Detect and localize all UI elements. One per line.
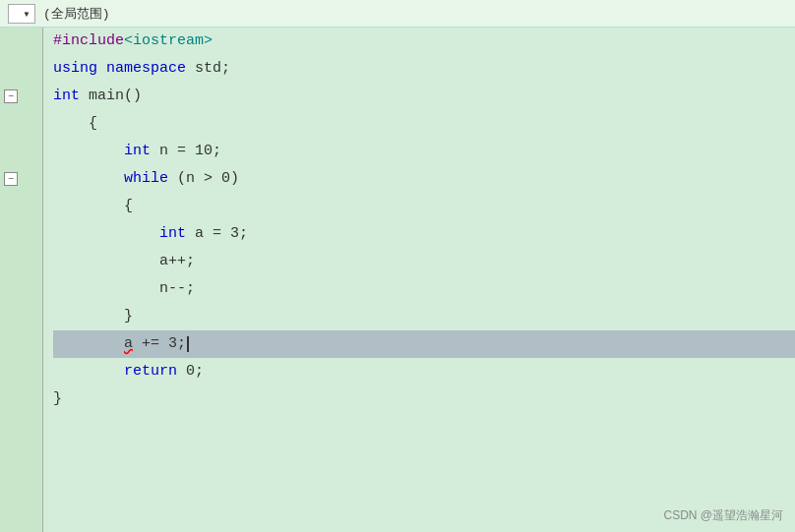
code-line-3: int main() xyxy=(53,83,795,110)
indent8 xyxy=(53,220,159,248)
a-assign-rest: += 3; xyxy=(133,330,186,358)
gutter-row-2 xyxy=(0,55,42,83)
code-line-2: using namespace std; xyxy=(53,55,795,83)
brace-close-main: } xyxy=(53,385,62,413)
return-keyword: return xyxy=(124,358,177,385)
brace-open-while: { xyxy=(124,193,133,220)
gutter-row-7 xyxy=(0,193,42,220)
indent6 xyxy=(53,165,124,193)
indent13 xyxy=(53,358,124,385)
indent5 xyxy=(53,138,124,165)
fold-button-while[interactable]: − xyxy=(4,172,18,186)
include-path: <iostream> xyxy=(124,28,213,55)
n-decrement: n--; xyxy=(159,275,195,303)
n-decl: n = 10; xyxy=(151,138,221,165)
code-line-12: a += 3; xyxy=(53,330,795,358)
int-keyword-main: int xyxy=(53,83,80,110)
a-decl: a = 3; xyxy=(186,220,248,248)
a-assign: a xyxy=(124,330,133,358)
text-cursor xyxy=(187,336,189,352)
indent10 xyxy=(53,275,159,303)
gutter-row-14 xyxy=(0,385,42,413)
top-bar: (全局范围) xyxy=(0,0,795,28)
watermark: CSDN @遥望浩瀚星河 xyxy=(663,507,783,524)
include-keyword: #include xyxy=(53,28,124,55)
space1 xyxy=(97,55,106,83)
gutter-row-4 xyxy=(0,110,42,138)
code-line-10: n--; xyxy=(53,275,795,303)
scope-dropdown[interactable] xyxy=(8,4,35,24)
return-val: 0; xyxy=(177,358,204,385)
gutter-row-3: − xyxy=(0,83,42,110)
indent9 xyxy=(53,248,159,275)
std-text: std; xyxy=(186,55,230,83)
gutter-row-11 xyxy=(0,303,42,330)
while-keyword: while xyxy=(124,165,168,193)
code-line-8: int a = 3; xyxy=(53,220,795,248)
gutter-row-5 xyxy=(0,138,42,165)
gutter-row-8 xyxy=(0,220,42,248)
fold-button-main[interactable]: − xyxy=(4,89,18,103)
code-line-7: { xyxy=(53,193,795,220)
using-keyword: using xyxy=(53,55,97,83)
indent7 xyxy=(53,193,124,220)
gutter-row-6: − xyxy=(0,165,42,193)
while-cond: (n > 0) xyxy=(168,165,239,193)
code-line-13: return 0; xyxy=(53,358,795,385)
code-editor[interactable]: #include<iostream> using namespace std; … xyxy=(43,28,795,532)
code-line-5: int n = 10; xyxy=(53,138,795,165)
scope-label: (全局范围) xyxy=(43,5,110,23)
main-text: main() xyxy=(80,83,142,110)
code-line-6: while (n > 0) xyxy=(53,165,795,193)
namespace-keyword: namespace xyxy=(106,55,186,83)
gutter-row-12 xyxy=(0,330,42,358)
gutter-row-13 xyxy=(0,358,42,385)
code-line-9: a++; xyxy=(53,248,795,275)
brace-close-while: } xyxy=(124,303,133,330)
gutter-row-1 xyxy=(0,28,42,55)
a-increment: a++; xyxy=(159,248,195,275)
brace-open-main: { xyxy=(53,110,97,138)
indent12 xyxy=(53,330,124,358)
indent11 xyxy=(53,303,124,330)
int-keyword-n: int xyxy=(124,138,151,165)
code-line-11: } xyxy=(53,303,795,330)
editor-area: − − #include<iostream> using namespace s… xyxy=(0,28,795,532)
int-keyword-a: int xyxy=(159,220,186,248)
code-line-14: } xyxy=(53,385,795,413)
code-line-1: #include<iostream> xyxy=(53,28,795,55)
gutter-row-9 xyxy=(0,248,42,275)
line-gutter: − − xyxy=(0,28,43,532)
gutter-row-10 xyxy=(0,275,42,303)
code-line-4: { xyxy=(53,110,795,138)
